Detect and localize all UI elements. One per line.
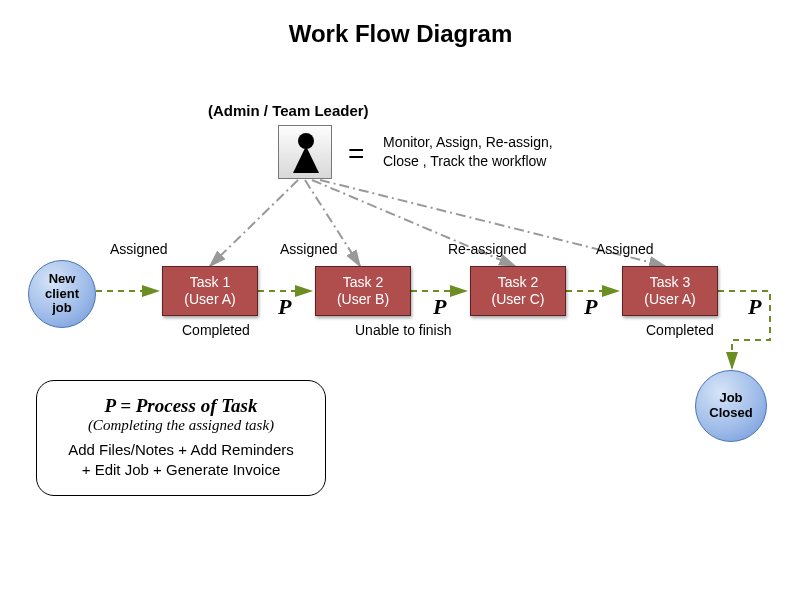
legend-body-line1: Add Files/Notes + Add Reminders (53, 440, 309, 460)
admin-role-label: (Admin / Team Leader) (208, 102, 369, 119)
p-symbol-4: P (748, 294, 761, 320)
task-user: (User A) (623, 291, 717, 308)
admin-desc-line2: Close , Track the workflow (383, 152, 623, 171)
task-title: Task 1 (163, 274, 257, 291)
start-line2: client (45, 287, 79, 302)
task-user: (User A) (163, 291, 257, 308)
diagram-title: Work Flow Diagram (0, 20, 801, 48)
start-line1: New (45, 272, 79, 287)
legend-box: P = Process of Task (Completing the assi… (36, 380, 326, 496)
task-user: (User C) (471, 291, 565, 308)
task-title: Task 2 (316, 274, 410, 291)
p-symbol-3: P (584, 294, 597, 320)
label-assigned-1: Assigned (110, 241, 168, 257)
end-line2: Closed (709, 406, 752, 421)
start-line3: job (45, 301, 79, 316)
label-assigned-2: Assigned (280, 241, 338, 257)
p-symbol-1: P (278, 294, 291, 320)
end-node: Job Closed (695, 370, 767, 442)
admin-desc-line1: Monitor, Assign, Re-assign, (383, 133, 623, 152)
label-assigned-4: Assigned (596, 241, 654, 257)
label-completed-2: Completed (646, 322, 714, 338)
task-title: Task 2 (471, 274, 565, 291)
task-box-2: Task 2 (User B) (315, 266, 411, 316)
task-box-1: Task 1 (User A) (162, 266, 258, 316)
label-unable: Unable to finish (355, 322, 452, 338)
task-box-4: Task 3 (User A) (622, 266, 718, 316)
label-completed-1: Completed (182, 322, 250, 338)
legend-subtitle: (Completing the assigned task) (53, 417, 309, 434)
label-reassigned: Re-assigned (448, 241, 527, 257)
admin-icon (278, 125, 332, 179)
legend-body-line2: + Edit Job + Generate Invoice (53, 460, 309, 480)
task-box-3: Task 2 (User C) (470, 266, 566, 316)
end-line1: Job (709, 391, 752, 406)
diagram-stage: Work Flow Diagram (Admin / Team Leader) … (0, 0, 801, 597)
start-node: New client job (28, 260, 96, 328)
task-user: (User B) (316, 291, 410, 308)
p-symbol-2: P (433, 294, 446, 320)
legend-title: P = Process of Task (53, 395, 309, 417)
admin-description: Monitor, Assign, Re-assign, Close , Trac… (383, 133, 623, 171)
equals-sign: = (348, 138, 364, 170)
svg-marker-1 (293, 146, 319, 173)
task-title: Task 3 (623, 274, 717, 291)
legend-body: Add Files/Notes + Add Reminders + Edit J… (53, 440, 309, 479)
